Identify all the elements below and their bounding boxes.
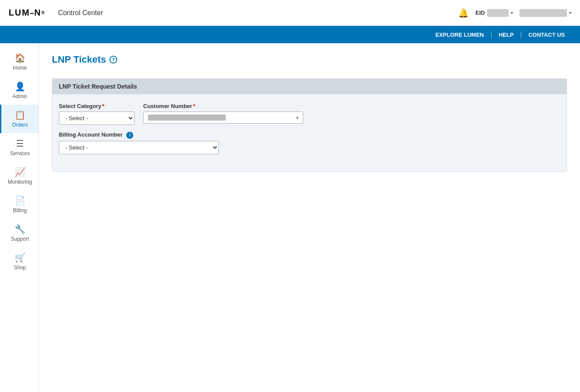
sidebar-item-admin[interactable]: 👤 Admin bbox=[0, 76, 38, 105]
customer-number-select[interactable]: ▾ bbox=[143, 112, 303, 124]
logo-text: LUMN bbox=[9, 8, 42, 18]
logo: LUMN ® bbox=[9, 8, 45, 18]
sidebar-item-shop[interactable]: 🛒 Shop bbox=[0, 247, 38, 276]
billing-account-label: Billing Account Number i bbox=[59, 131, 219, 139]
customer-number-group: Customer Number* ▾ bbox=[143, 103, 303, 125]
billing-account-info-icon[interactable]: i bbox=[126, 132, 133, 139]
eid-section[interactable]: EID •••••••• ▾ bbox=[475, 9, 513, 17]
sidebar-label-shop: Shop bbox=[14, 265, 26, 271]
form-row-1: Select Category* - Select - Customer Num… bbox=[59, 103, 560, 125]
user-chevron-icon: ▾ bbox=[569, 10, 571, 15]
app-body: 🏠 Home 👤 Admin 📋 Orders ☰ Services 📈 Mon… bbox=[0, 43, 580, 392]
main-content: LNP Tickets ? LNP Ticket Request Details… bbox=[39, 43, 580, 392]
select-category-label: Select Category* bbox=[59, 103, 135, 109]
explore-lumen-link[interactable]: EXPLORE LUMEN bbox=[429, 32, 490, 38]
sidebar-label-support: Support bbox=[11, 236, 29, 242]
sidebar-label-monitoring: Monitoring bbox=[8, 179, 32, 185]
sidebar-item-support[interactable]: 🔧 Support bbox=[0, 219, 38, 247]
sidebar: 🏠 Home 👤 Admin 📋 Orders ☰ Services 📈 Mon… bbox=[0, 43, 39, 392]
eid-label: EID bbox=[475, 10, 485, 16]
sidebar-label-home: Home bbox=[13, 65, 27, 71]
app-title: Control Center bbox=[58, 9, 103, 17]
sidebar-item-home[interactable]: 🏠 Home bbox=[0, 48, 38, 76]
sidebar-item-monitoring[interactable]: 📈 Monitoring bbox=[0, 162, 38, 190]
customer-number-label: Customer Number* bbox=[143, 103, 303, 109]
top-header: LUMN ® Control Center 🔔 EID •••••••• ▾ •… bbox=[0, 0, 580, 26]
select-category-group: Select Category* - Select - bbox=[59, 103, 135, 125]
support-icon: 🔧 bbox=[15, 224, 26, 234]
customer-number-blurred-value bbox=[148, 115, 226, 121]
sidebar-item-billing[interactable]: 📄 Billing bbox=[0, 190, 38, 219]
sidebar-item-orders[interactable]: 📋 Orders bbox=[0, 105, 38, 133]
billing-account-group: Billing Account Number i - Select - bbox=[59, 131, 219, 154]
shop-icon: 🛒 bbox=[15, 252, 26, 263]
blue-nav: EXPLORE LUMEN | HELP | CONTACT US bbox=[0, 26, 580, 43]
form-section-header: LNP Ticket Request Details bbox=[52, 79, 567, 94]
help-link[interactable]: HELP bbox=[492, 32, 520, 38]
admin-icon: 👤 bbox=[15, 81, 26, 92]
eid-value: •••••••• bbox=[487, 9, 509, 17]
form-section: LNP Ticket Request Details Select Catego… bbox=[52, 78, 567, 172]
billing-account-dropdown[interactable]: - Select - bbox=[59, 141, 219, 154]
header-right: 🔔 EID •••••••• ▾ •••••••••••• ▾ bbox=[458, 8, 571, 18]
contact-us-link[interactable]: CONTACT US bbox=[522, 32, 571, 38]
customer-number-chevron-icon: ▾ bbox=[296, 115, 298, 120]
user-value: •••••••••••• bbox=[519, 9, 567, 17]
sidebar-label-services: Services bbox=[10, 150, 30, 156]
page-title: LNP Tickets bbox=[52, 54, 106, 65]
select-category-required: * bbox=[102, 103, 104, 109]
page-title-area: LNP Tickets ? bbox=[52, 54, 567, 65]
services-icon: ☰ bbox=[16, 138, 24, 149]
eid-chevron-icon: ▾ bbox=[511, 10, 513, 15]
form-row-2: Billing Account Number i - Select - bbox=[59, 131, 560, 154]
customer-number-required: * bbox=[193, 103, 195, 109]
sidebar-label-orders: Orders bbox=[12, 122, 28, 128]
select-category-dropdown[interactable]: - Select - bbox=[59, 112, 135, 125]
orders-icon: 📋 bbox=[15, 110, 26, 120]
sidebar-label-admin: Admin bbox=[13, 93, 27, 99]
help-icon[interactable]: ? bbox=[109, 56, 117, 64]
user-section[interactable]: •••••••••••• ▾ bbox=[519, 9, 571, 17]
billing-icon: 📄 bbox=[15, 195, 26, 206]
sidebar-label-billing: Billing bbox=[13, 207, 27, 214]
sidebar-item-services[interactable]: ☰ Services bbox=[0, 133, 38, 162]
form-section-body: Select Category* - Select - Customer Num… bbox=[52, 94, 567, 172]
bell-icon[interactable]: 🔔 bbox=[458, 8, 469, 18]
home-icon: 🏠 bbox=[15, 53, 26, 63]
monitoring-icon: 📈 bbox=[15, 167, 26, 177]
